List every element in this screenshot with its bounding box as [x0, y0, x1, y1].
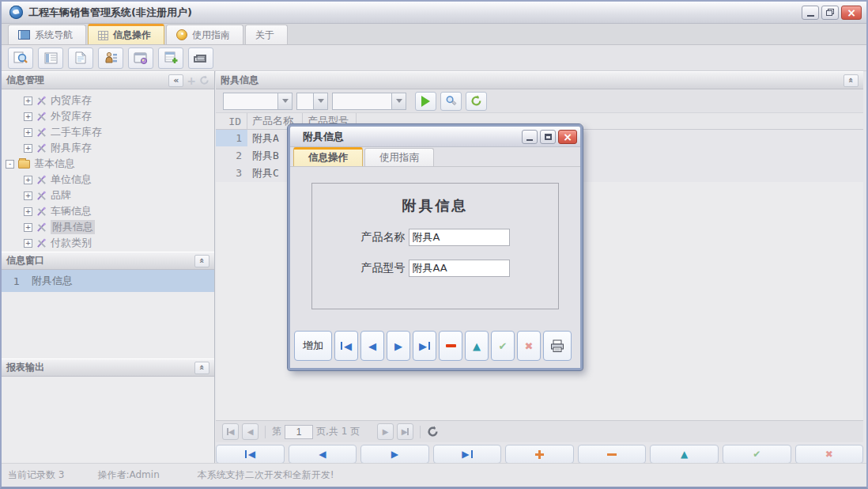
- nav-first-button[interactable]: ◀: [216, 445, 285, 464]
- close-button[interactable]: ×: [841, 6, 862, 20]
- dialog-close-button[interactable]: ×: [558, 130, 577, 144]
- tree-item-payment-type[interactable]: + 付款类别: [2, 235, 214, 251]
- minimize-button[interactable]: [802, 6, 819, 20]
- collapse-node-icon[interactable]: -: [6, 160, 14, 169]
- expand-icon[interactable]: +: [24, 97, 32, 105]
- dialog-maximize-button[interactable]: [540, 130, 556, 144]
- prev-page-button[interactable]: ◀: [242, 423, 259, 440]
- user-permissions-button[interactable]: [98, 47, 123, 69]
- dialog-cancel-button[interactable]: ✖: [517, 331, 541, 361]
- dialog-delete-button[interactable]: [439, 331, 462, 361]
- combo-arrow-icon[interactable]: [277, 93, 292, 109]
- filter-operator-combo[interactable]: [296, 93, 328, 110]
- dialog-prev-button[interactable]: ◀: [360, 331, 384, 361]
- nav-prev-button[interactable]: ◀: [289, 445, 357, 464]
- refresh-icon-pale[interactable]: [199, 75, 209, 85]
- dialog-post-button[interactable]: ✔: [491, 331, 515, 361]
- tree-item-accessory-info[interactable]: + 附具信息: [2, 219, 214, 235]
- tab-about[interactable]: 关于: [245, 25, 288, 44]
- bar-icon: [341, 342, 342, 350]
- info-window-list-item[interactable]: 1 附具信息: [2, 270, 214, 292]
- tools-icon: [36, 143, 47, 154]
- dialog-last-button[interactable]: ▶: [413, 331, 436, 361]
- table-add-button[interactable]: [158, 47, 183, 69]
- tab-system-nav[interactable]: 系统导航: [8, 25, 86, 44]
- columns-button[interactable]: [38, 47, 63, 69]
- tree-item-unit-info[interactable]: + 单位信息: [2, 172, 214, 188]
- nav-last-button[interactable]: ▶: [433, 445, 502, 464]
- panel-collapse-button[interactable]: «: [843, 74, 859, 87]
- next-page-icon: ▶: [383, 427, 389, 436]
- expand-icon[interactable]: +: [24, 112, 32, 121]
- first-page-button[interactable]: ◀: [222, 423, 239, 440]
- tree-item-domestic-stock[interactable]: + 内贸库存: [2, 93, 214, 108]
- expand-icon[interactable]: +: [24, 223, 32, 232]
- report-panel-header: 报表输出 «: [2, 358, 214, 377]
- add-icon[interactable]: +: [187, 74, 196, 87]
- tree-item-brand[interactable]: + 品牌: [2, 188, 214, 203]
- product-name-input[interactable]: [409, 229, 510, 246]
- nav-post-button[interactable]: ✔: [723, 445, 791, 464]
- combo-arrow-icon[interactable]: [313, 93, 327, 109]
- expand-icon[interactable]: +: [24, 144, 32, 153]
- tree-item-label: 外贸库存: [51, 109, 92, 123]
- panel-collapse-button[interactable]: «: [194, 362, 209, 374]
- form-group-box: 附具信息 产品名称 产品型号: [311, 183, 559, 309]
- product-model-input[interactable]: [409, 260, 510, 277]
- frame-print-button[interactable]: [188, 47, 213, 69]
- dialog-edit-button[interactable]: ▲: [465, 331, 489, 361]
- window-preview-button[interactable]: [128, 47, 153, 69]
- expand-icon[interactable]: +: [24, 128, 32, 137]
- dialog-title-bar[interactable]: 附具信息 ×: [290, 127, 580, 147]
- nav-insert-button[interactable]: [505, 445, 574, 464]
- tab-info-operate[interactable]: 信息操作: [88, 24, 164, 44]
- tree-item-usedcar-stock[interactable]: + 二手车库存: [2, 124, 214, 140]
- expand-icon[interactable]: +: [24, 239, 32, 248]
- page-number-input[interactable]: [285, 425, 313, 439]
- edit-search-button[interactable]: [440, 92, 462, 111]
- last-page-button[interactable]: ▶: [397, 423, 413, 440]
- tree-item-foreign-stock[interactable]: + 外贸库存: [2, 108, 214, 124]
- next-page-button[interactable]: ▶: [377, 423, 394, 440]
- tree-item-vehicle-info[interactable]: + 车辆信息: [2, 203, 214, 219]
- dialog-tab-info-operate[interactable]: 信息操作: [293, 147, 363, 166]
- sidebar-collapse-button[interactable]: «: [168, 74, 183, 87]
- nav-edit-button[interactable]: ▲: [650, 445, 719, 464]
- dialog-first-button[interactable]: ◀: [334, 331, 358, 361]
- run-filter-button[interactable]: [415, 92, 436, 111]
- minus-icon: [446, 344, 456, 347]
- dialog-tab-user-guide[interactable]: 使用指南: [364, 148, 434, 166]
- nav-next-button[interactable]: ▶: [360, 445, 429, 464]
- last-page-icon: ▶: [402, 427, 408, 436]
- dialog-minimize-button[interactable]: [522, 130, 538, 144]
- filter-value-combo[interactable]: [332, 93, 406, 110]
- tab-label: 关于: [255, 28, 274, 42]
- restore-button[interactable]: [821, 6, 839, 20]
- document-button[interactable]: [68, 47, 93, 69]
- combo-arrow-icon[interactable]: [391, 93, 406, 109]
- page-total-label: 页,共 1 页: [316, 425, 360, 438]
- refresh-pagination-icon[interactable]: [427, 426, 439, 438]
- expand-icon[interactable]: +: [24, 191, 32, 200]
- window-title: 工程车辆销售管理系统(非注册用户): [28, 6, 192, 20]
- search-button[interactable]: [8, 47, 33, 69]
- panel-collapse-button[interactable]: «: [194, 255, 209, 267]
- filter-field-combo[interactable]: [223, 93, 292, 110]
- status-bar: 当前记录数 3 操作者:Admin 本系统支持二次开发和全新开发!: [2, 463, 866, 487]
- window-icon: [134, 52, 148, 64]
- add-record-button[interactable]: 增加: [294, 331, 332, 361]
- tree-item-basic-info[interactable]: - 基本信息: [2, 156, 214, 172]
- collapse-up-icon: «: [198, 258, 206, 263]
- expand-icon[interactable]: +: [24, 176, 32, 184]
- nav-cancel-button[interactable]: ✖: [795, 445, 864, 464]
- refresh-grid-button[interactable]: [466, 92, 487, 111]
- dialog-next-button[interactable]: ▶: [387, 331, 410, 361]
- tree-item-accessory-stock[interactable]: + 附具库存: [2, 140, 214, 156]
- dialog-print-button[interactable]: [543, 331, 572, 361]
- tab-user-guide[interactable]: 使用指南: [166, 25, 243, 44]
- tree-item-label: 内贸库存: [51, 93, 92, 108]
- nav-delete-button[interactable]: [578, 445, 647, 464]
- cell-id: 1: [216, 130, 247, 146]
- expand-icon[interactable]: +: [24, 207, 32, 216]
- column-header-id[interactable]: ID: [216, 113, 247, 129]
